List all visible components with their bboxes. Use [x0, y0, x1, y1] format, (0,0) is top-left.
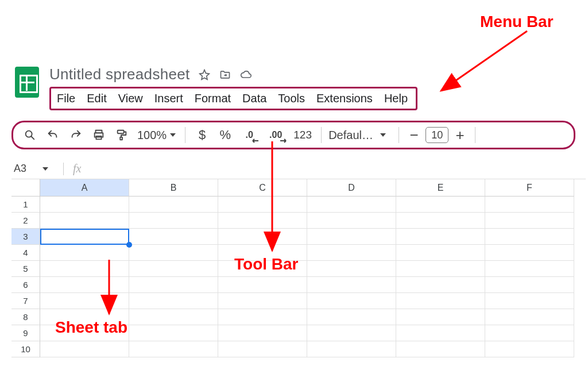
column-header[interactable]: B [129, 179, 218, 197]
cell[interactable] [485, 341, 574, 357]
cloud-icon[interactable] [240, 69, 252, 80]
decrease-font-size-button[interactable]: − [406, 126, 422, 144]
cell[interactable] [129, 309, 218, 325]
cell[interactable] [396, 293, 485, 309]
row-header[interactable]: 3 [11, 229, 40, 245]
cell-selected[interactable] [40, 229, 129, 245]
cell[interactable] [129, 277, 218, 293]
cell[interactable] [129, 325, 218, 341]
cell[interactable] [396, 325, 485, 341]
row-header[interactable]: 5 [11, 261, 40, 277]
cell[interactable] [307, 213, 396, 229]
cell[interactable] [40, 325, 129, 341]
menu-insert[interactable]: Insert [154, 92, 183, 105]
increase-decimal-button[interactable]: .00 [264, 125, 288, 145]
row-header[interactable]: 8 [11, 309, 40, 325]
cell[interactable] [307, 277, 396, 293]
cell[interactable] [129, 261, 218, 277]
cell[interactable] [307, 245, 396, 261]
cell[interactable] [40, 245, 129, 261]
cell[interactable] [396, 197, 485, 213]
increase-font-size-button[interactable]: + [452, 126, 468, 144]
column-header[interactable]: D [307, 179, 396, 197]
font-size-input[interactable]: 10 [425, 127, 448, 143]
row-header[interactable]: 6 [11, 277, 40, 293]
cell[interactable] [129, 245, 218, 261]
star-icon[interactable] [199, 69, 210, 80]
cell[interactable] [485, 245, 574, 261]
cell[interactable] [307, 341, 396, 357]
cell[interactable] [307, 325, 396, 341]
row-header[interactable]: 10 [11, 341, 40, 357]
document-title[interactable]: Untitled spreadsheet [49, 66, 189, 83]
cell[interactable] [129, 213, 218, 229]
cell[interactable] [307, 309, 396, 325]
cell[interactable] [396, 261, 485, 277]
cell[interactable] [218, 341, 307, 357]
percent-button[interactable]: % [215, 125, 235, 145]
cell[interactable] [485, 325, 574, 341]
cell[interactable] [485, 309, 574, 325]
menu-extensions[interactable]: Extensions [316, 92, 373, 105]
cell[interactable] [218, 261, 307, 277]
zoom-select[interactable]: 100% [135, 129, 178, 142]
search-button[interactable] [20, 125, 40, 145]
cell[interactable] [40, 293, 129, 309]
cell[interactable] [40, 309, 129, 325]
cell[interactable] [307, 261, 396, 277]
redo-button[interactable] [66, 125, 86, 145]
menu-format[interactable]: Format [195, 92, 231, 105]
currency-button[interactable]: $ [192, 125, 212, 145]
cell[interactable] [485, 261, 574, 277]
cell[interactable] [396, 245, 485, 261]
cell[interactable] [307, 293, 396, 309]
column-header[interactable]: F [485, 179, 574, 197]
menu-view[interactable]: View [118, 92, 143, 105]
cell[interactable] [218, 277, 307, 293]
cell[interactable] [485, 277, 574, 293]
cell[interactable] [129, 197, 218, 213]
cell[interactable] [396, 309, 485, 325]
cell[interactable] [218, 197, 307, 213]
name-box[interactable]: A3 [11, 163, 57, 175]
cell[interactable] [40, 197, 129, 213]
cell[interactable] [396, 229, 485, 245]
cell[interactable] [485, 293, 574, 309]
cell[interactable] [218, 325, 307, 341]
cell[interactable] [307, 197, 396, 213]
sheets-logo[interactable] [15, 67, 39, 98]
select-all-corner[interactable] [11, 179, 40, 197]
cell[interactable] [40, 261, 129, 277]
font-select[interactable]: Defaul… [328, 129, 392, 142]
cell[interactable] [485, 213, 574, 229]
row-header[interactable]: 9 [11, 325, 40, 341]
more-formats-button[interactable]: 123 [291, 125, 314, 145]
cell[interactable] [218, 309, 307, 325]
row-header[interactable]: 2 [11, 213, 40, 229]
cell[interactable] [218, 229, 307, 245]
menu-edit[interactable]: Edit [87, 92, 106, 105]
column-header[interactable]: C [218, 179, 307, 197]
menu-help[interactable]: Help [384, 92, 408, 105]
paint-format-button[interactable] [112, 125, 131, 145]
cell[interactable] [396, 277, 485, 293]
column-header[interactable]: E [396, 179, 485, 197]
cell[interactable] [485, 197, 574, 213]
cell[interactable] [218, 213, 307, 229]
print-button[interactable] [89, 125, 109, 145]
cell[interactable] [485, 229, 574, 245]
cell[interactable] [40, 277, 129, 293]
menu-file[interactable]: File [57, 92, 75, 105]
move-folder-icon[interactable] [219, 69, 231, 80]
undo-button[interactable] [43, 125, 63, 145]
column-header[interactable]: A [40, 179, 129, 197]
cell[interactable] [218, 245, 307, 261]
cell[interactable] [129, 341, 218, 357]
decrease-decimal-button[interactable]: .0 [238, 125, 260, 145]
menu-tools[interactable]: Tools [278, 92, 305, 105]
cell[interactable] [218, 293, 307, 309]
row-header[interactable]: 1 [11, 197, 40, 213]
cell[interactable] [40, 341, 129, 357]
cell[interactable] [396, 341, 485, 357]
row-header[interactable]: 7 [11, 293, 40, 309]
